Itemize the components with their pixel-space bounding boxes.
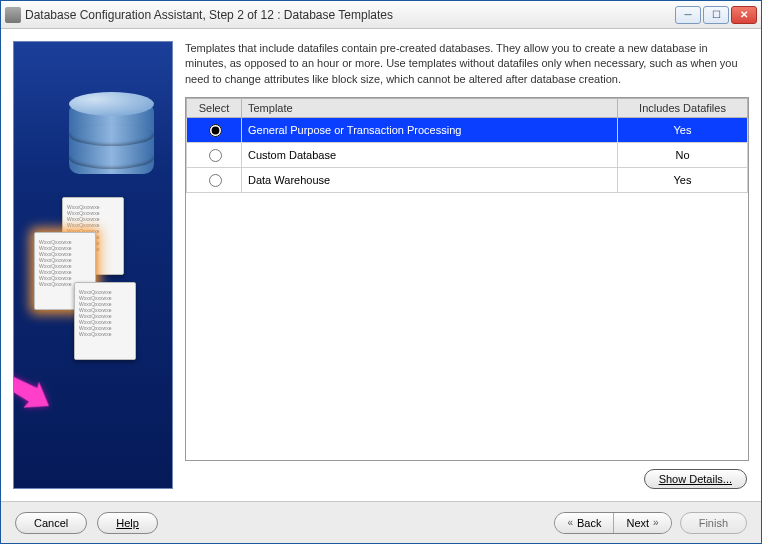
document-icon: WxxxQxxxwxeWxxxQxxxwxeWxxxQxxxwxeWxxxQxx… bbox=[74, 282, 136, 360]
window-controls: ─ ☐ ✕ bbox=[675, 6, 757, 24]
chevron-right-icon: » bbox=[653, 517, 659, 528]
main-panel: Templates that include datafiles contain… bbox=[185, 41, 749, 489]
header-select: Select bbox=[187, 99, 242, 118]
show-details-button[interactable]: Show Details... bbox=[644, 469, 747, 489]
finish-button: Finish bbox=[680, 512, 747, 534]
back-button[interactable]: « Back bbox=[555, 513, 613, 533]
template-radio[interactable] bbox=[209, 174, 222, 187]
template-name: Custom Database bbox=[242, 143, 618, 168]
content-area: WxxxQxxxwxeWxxxQxxxwxeWxxxQxxxwxeWxxxQxx… bbox=[1, 29, 761, 501]
template-includes: Yes bbox=[618, 168, 748, 193]
nav-group: « Back Next » bbox=[554, 512, 671, 534]
template-includes: No bbox=[618, 143, 748, 168]
table-row[interactable]: Custom Database No bbox=[187, 143, 748, 168]
table-row[interactable]: General Purpose or Transaction Processin… bbox=[187, 118, 748, 143]
template-table: Select Template Includes Datafiles Gener… bbox=[185, 97, 749, 461]
maximize-button[interactable]: ☐ bbox=[703, 6, 729, 24]
titlebar: Database Configuration Assistant, Step 2… bbox=[1, 1, 761, 29]
template-name: Data Warehouse bbox=[242, 168, 618, 193]
help-button[interactable]: Help bbox=[97, 512, 158, 534]
dbca-window: Database Configuration Assistant, Step 2… bbox=[0, 0, 762, 544]
description-text: Templates that include datafiles contain… bbox=[185, 41, 749, 87]
template-includes: Yes bbox=[618, 118, 748, 143]
template-radio[interactable] bbox=[209, 149, 222, 162]
wizard-image: WxxxQxxxwxeWxxxQxxxwxeWxxxQxxxwxeWxxxQxx… bbox=[13, 41, 173, 489]
template-radio[interactable] bbox=[209, 124, 222, 137]
template-name: General Purpose or Transaction Processin… bbox=[242, 118, 618, 143]
next-button[interactable]: Next » bbox=[613, 513, 670, 533]
footer: Cancel Help « Back Next » Finish bbox=[1, 501, 761, 543]
cancel-button[interactable]: Cancel bbox=[15, 512, 87, 534]
database-icon bbox=[69, 92, 154, 187]
table-row[interactable]: Data Warehouse Yes bbox=[187, 168, 748, 193]
svg-marker-0 bbox=[13, 363, 57, 419]
header-template: Template bbox=[242, 99, 618, 118]
close-button[interactable]: ✕ bbox=[731, 6, 757, 24]
chevron-left-icon: « bbox=[567, 517, 573, 528]
window-title: Database Configuration Assistant, Step 2… bbox=[25, 8, 675, 22]
app-icon bbox=[5, 7, 21, 23]
header-includes: Includes Datafiles bbox=[618, 99, 748, 118]
minimize-button[interactable]: ─ bbox=[675, 6, 701, 24]
